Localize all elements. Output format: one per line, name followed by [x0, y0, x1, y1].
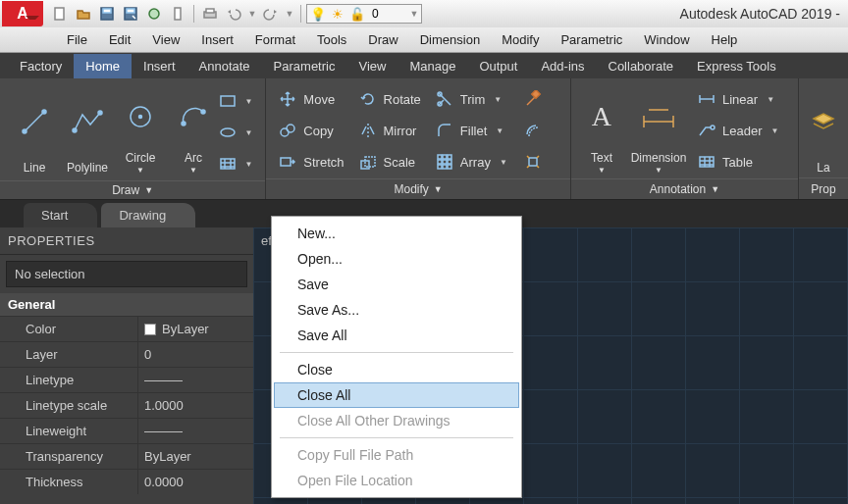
mirror-button[interactable]: Mirror — [358, 118, 421, 143]
polyline-button[interactable]: Polyline — [61, 84, 114, 175]
prop-row-lineweight[interactable]: Lineweight——— — [0, 418, 253, 443]
tab-factory[interactable]: Factory — [8, 54, 74, 78]
plot-icon[interactable] — [199, 3, 221, 25]
erase-button[interactable] — [521, 86, 545, 112]
new-icon[interactable] — [49, 3, 71, 25]
layer-button[interactable]: La — [807, 84, 840, 175]
prop-value: 1.0000 — [137, 393, 253, 418]
ctx-closeallother[interactable]: Close All Other Drawings — [274, 408, 519, 433]
web-icon[interactable] — [143, 3, 165, 25]
properties-selection[interactable]: No selection — [6, 261, 247, 287]
prop-row-color[interactable]: ColorByLayer — [0, 316, 253, 341]
text-button[interactable]: A Text ▼ — [579, 84, 624, 175]
line-button[interactable]: Line — [8, 84, 61, 175]
properties-category-general[interactable]: General — [0, 293, 253, 316]
menu-view[interactable]: View — [142, 29, 189, 50]
array-button[interactable]: Array▼ — [435, 149, 507, 175]
leader-button[interactable]: Leader▼ — [697, 118, 778, 143]
mobile-icon[interactable] — [167, 3, 188, 25]
undo-icon[interactable] — [223, 3, 244, 25]
svg-rect-34 — [448, 155, 451, 159]
rotate-button[interactable]: Rotate — [358, 86, 421, 112]
app-logo[interactable]: A — [2, 1, 43, 26]
menu-insert[interactable]: Insert — [191, 29, 243, 50]
chevron-down-icon: ▼ — [767, 95, 774, 104]
explode-button[interactable] — [521, 149, 545, 175]
drawing-tab-start[interactable]: Start — [24, 203, 97, 227]
menu-window[interactable]: Window — [634, 29, 699, 50]
linear-button[interactable]: Linear▼ — [697, 86, 778, 112]
ctx-new[interactable]: New... — [274, 221, 519, 246]
prop-row-thickness[interactable]: Thickness0.0000 — [0, 469, 253, 494]
menu-parametric[interactable]: Parametric — [551, 29, 632, 50]
rectangle-button[interactable]: ▼ — [224, 88, 247, 114]
tab-expresstools[interactable]: Express Tools — [685, 54, 788, 78]
panel-modify-title[interactable]: Modify▼ — [266, 178, 570, 199]
open-icon[interactable] — [73, 3, 94, 25]
menu-help[interactable]: Help — [702, 29, 748, 50]
ellipse-button[interactable]: ▼ — [224, 120, 247, 145]
menu-file[interactable]: File — [57, 29, 97, 50]
svg-rect-42 — [529, 158, 537, 166]
tab-view[interactable]: View — [346, 54, 398, 78]
chevron-down-icon[interactable]: ▼ — [284, 3, 295, 25]
tab-insert[interactable]: Insert — [132, 54, 187, 78]
ctx-openlocation[interactable]: Open File Location — [274, 468, 519, 493]
menu-modify[interactable]: Modify — [492, 29, 549, 50]
menu-format[interactable]: Format — [245, 29, 305, 50]
menu-edit[interactable]: Edit — [99, 29, 140, 50]
move-button[interactable]: Move — [278, 86, 344, 112]
redo-icon[interactable] — [260, 3, 282, 25]
prop-row-transparency[interactable]: TransparencyByLayer — [0, 443, 253, 469]
ctx-saveall[interactable]: Save All — [274, 323, 519, 348]
saveas-icon[interactable] — [120, 3, 141, 25]
svg-point-12 — [73, 128, 77, 132]
dimension-button[interactable]: Dimension ▼ — [624, 84, 693, 175]
circle-button[interactable]: Circle ▼ — [114, 84, 167, 175]
trim-button[interactable]: Trim▼ — [435, 86, 507, 112]
menu-dimension[interactable]: Dimension — [410, 29, 490, 50]
properties-panel: PROPERTIES No selection General ColorByL… — [0, 227, 253, 504]
explode-icon — [523, 153, 543, 171]
hatch-button[interactable]: ▼ — [224, 151, 247, 176]
fillet-button[interactable]: Fillet▼ — [435, 118, 507, 143]
menu-tools[interactable]: Tools — [307, 29, 356, 50]
svg-point-19 — [221, 128, 235, 136]
offset-button[interactable] — [521, 118, 545, 143]
tab-home[interactable]: Home — [74, 54, 132, 78]
chevron-down-icon[interactable]: ▼ — [246, 3, 258, 25]
tab-manage[interactable]: Manage — [398, 54, 467, 78]
ctx-open[interactable]: Open... — [274, 246, 519, 272]
tab-output[interactable]: Output — [467, 54, 529, 78]
panel-draw-title[interactable]: Draw▼ — [0, 180, 265, 199]
prop-row-layer[interactable]: Layer0 — [0, 341, 253, 367]
chevron-down-icon[interactable]: ▼ — [407, 3, 421, 25]
arc-button[interactable]: Arc ▼ — [167, 84, 220, 175]
search-input[interactable] — [368, 7, 407, 21]
scale-button[interactable]: Scale — [358, 149, 421, 175]
tab-collaborate[interactable]: Collaborate — [597, 54, 686, 78]
sun-icon[interactable]: ☀ — [329, 7, 346, 22]
trim-label: Trim — [460, 92, 486, 107]
copy-button[interactable]: Copy — [278, 118, 344, 143]
drawing-tab-drawing[interactable]: Drawing — [101, 203, 195, 227]
tab-addins[interactable]: Add-ins — [529, 54, 596, 78]
ctx-closeall[interactable]: Close All — [274, 382, 519, 408]
stretch-button[interactable]: Stretch — [278, 149, 344, 175]
ctx-saveas[interactable]: Save As... — [274, 297, 519, 323]
bulb-icon[interactable]: 💡 — [307, 7, 329, 22]
leader-label: Leader — [722, 124, 762, 138]
table-button[interactable]: Table — [697, 149, 778, 175]
tab-annotate[interactable]: Annotate — [187, 54, 262, 78]
prop-row-linetype[interactable]: Linetype——— — [0, 367, 253, 392]
separator — [300, 5, 301, 23]
tab-parametric[interactable]: Parametric — [262, 54, 347, 78]
save-icon[interactable] — [96, 3, 118, 25]
ctx-save[interactable]: Save — [274, 272, 519, 297]
ctx-copypath[interactable]: Copy Full File Path — [274, 442, 519, 468]
lock-icon[interactable]: 🔓 — [346, 7, 368, 22]
panel-annotation-title[interactable]: Annotation▼ — [571, 178, 798, 199]
menu-draw[interactable]: Draw — [358, 29, 407, 50]
ctx-close[interactable]: Close — [274, 357, 519, 382]
prop-row-linetype-scale[interactable]: Linetype scale1.0000 — [0, 392, 253, 418]
